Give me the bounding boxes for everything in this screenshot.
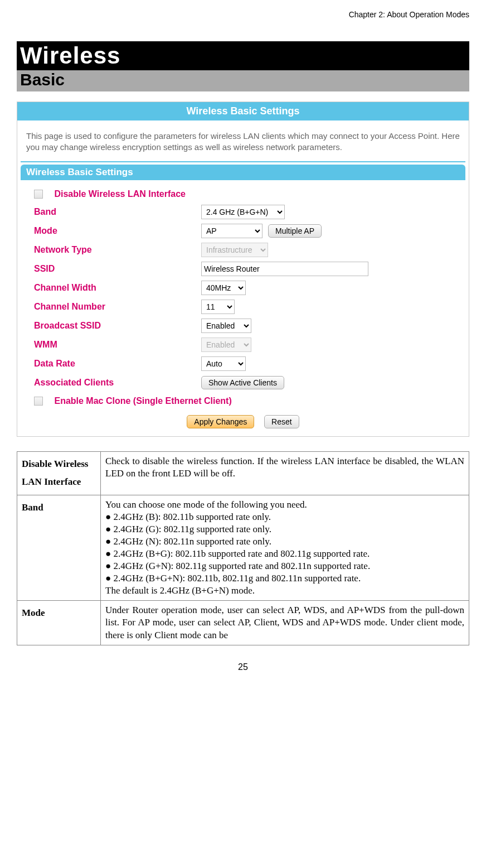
panel-subtitle: Wireless Basic Settings	[21, 165, 465, 180]
divider	[21, 161, 465, 162]
label-wmm: WMM	[34, 340, 201, 350]
row-ssid: SSID	[17, 259, 469, 278]
label-asclients: Associated Clients	[34, 378, 201, 388]
mac-clone-row: Enable Mac Clone (Single Ethernet Client…	[17, 392, 469, 409]
band-list: 2.4GHz (B): 802.11b supported rate only.…	[105, 511, 464, 585]
mac-clone-label: Enable Mac Clone (Single Ethernet Client…	[54, 396, 231, 406]
reset-button[interactable]: Reset	[264, 415, 299, 428]
show-clients-button[interactable]: Show Active Clients	[201, 376, 284, 389]
mode-select[interactable]: AP	[201, 224, 263, 238]
chnum-select[interactable]: 11	[201, 300, 235, 314]
cell-band-heading: Band	[17, 495, 101, 601]
row-drate: Data Rate Auto	[17, 354, 469, 373]
disable-wireless-checkbox[interactable]	[34, 190, 43, 199]
row-asclients: Associated Clients Show Active Clients	[17, 373, 469, 392]
row-mode: Mode AP Multiple AP	[17, 221, 469, 240]
button-row: Apply Changes Reset	[17, 409, 469, 436]
label-nettype: Network Type	[34, 245, 201, 255]
list-item: 2.4GHz (N): 802.11n supported rate only.	[105, 536, 464, 548]
label-ssid: SSID	[34, 264, 201, 274]
settings-panel: Wireless Basic Settings This page is use…	[17, 102, 469, 437]
apply-button[interactable]: Apply Changes	[187, 415, 254, 428]
mac-clone-checkbox[interactable]	[34, 397, 43, 406]
row-chnum: Channel Number 11	[17, 297, 469, 316]
row-nettype: Network Type Infrastructure	[17, 240, 469, 259]
row-chwidth: Channel Width 40MHz	[17, 278, 469, 297]
subsection-title: Basic	[17, 70, 469, 91]
table-row: Band You can choose one mode of the foll…	[17, 495, 469, 601]
chwidth-select[interactable]: 40MHz	[201, 281, 246, 295]
label-chnum: Channel Number	[34, 302, 201, 312]
list-item: 2.4GHz (B+G): 802.11b supported rate and…	[105, 548, 464, 560]
cell-mode-heading: Mode	[17, 601, 101, 645]
section-title: Wireless	[17, 41, 469, 70]
wmm-select: Enabled	[201, 337, 251, 352]
row-bssid: Broadcast SSID Enabled	[17, 316, 469, 335]
band-outro: The default is 2.4GHz (B+G+N) mode.	[105, 585, 464, 597]
row-wmm: WMM Enabled	[17, 335, 469, 354]
list-item: 2.4GHz (B): 802.11b supported rate only.	[105, 511, 464, 523]
bssid-select[interactable]: Enabled	[201, 319, 251, 333]
row-band: Band 2.4 GHz (B+G+N)	[17, 202, 469, 221]
label-band: Band	[34, 207, 201, 217]
label-mode: Mode	[34, 226, 201, 236]
band-intro: You can choose one mode of the following…	[105, 499, 464, 511]
band-select[interactable]: 2.4 GHz (B+G+N)	[201, 205, 285, 219]
chapter-header: Chapter 2: About Operation Modes	[17, 0, 469, 41]
disable-wireless-label: Disable Wireless LAN Interface	[54, 189, 186, 199]
page-number: 25	[17, 662, 469, 672]
list-item: 2.4GHz (G): 802.11g supported rate only.	[105, 523, 464, 536]
label-bssid: Broadcast SSID	[34, 321, 201, 331]
cell-mode-body: Under Router operation mode, user can se…	[101, 601, 469, 645]
disable-wireless-row: Disable Wireless LAN Interface	[17, 186, 469, 203]
nettype-select: Infrastructure	[201, 243, 268, 257]
panel-title: Wireless Basic Settings	[17, 102, 469, 120]
list-item: 2.4GHz (G+N): 802.11g supported rate and…	[105, 560, 464, 572]
doc-table: Disable Wireless LAN Interface Check to …	[17, 451, 469, 645]
table-row: Mode Under Router operation mode, user c…	[17, 601, 469, 645]
table-row: Disable Wireless LAN Interface Check to …	[17, 452, 469, 495]
list-item: 2.4GHz (B+G+N): 802.11b, 802.11g and 802…	[105, 572, 464, 585]
cell-disable-body: Check to disable the wireless function. …	[101, 452, 469, 495]
label-drate: Data Rate	[34, 359, 201, 369]
ssid-input[interactable]	[201, 262, 368, 276]
label-chwidth: Channel Width	[34, 283, 201, 293]
cell-band-body: You can choose one mode of the following…	[101, 495, 469, 601]
multiple-ap-button[interactable]: Multiple AP	[268, 224, 322, 238]
cell-disable-heading: Disable Wireless LAN Interface	[17, 452, 101, 495]
panel-description: This page is used to configure the param…	[17, 120, 469, 161]
drate-select[interactable]: Auto	[201, 356, 246, 371]
